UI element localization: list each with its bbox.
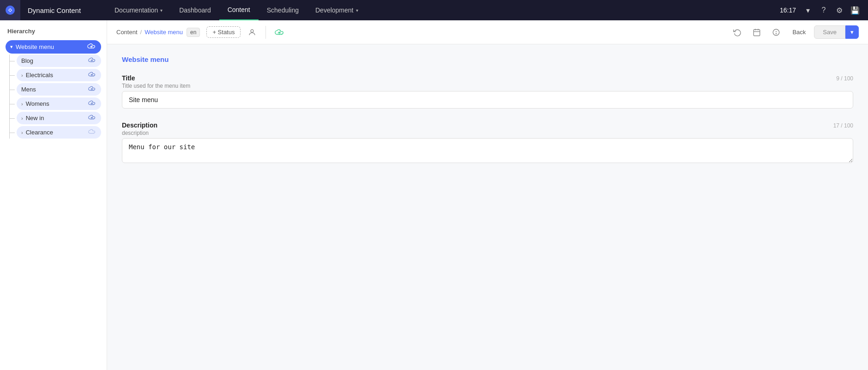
tree-root-label: Website menu [16, 43, 54, 50]
calendar-icon[interactable] [749, 24, 765, 40]
tree-node-clearance[interactable]: › Clearance [17, 126, 101, 139]
svg-rect-3 [754, 30, 760, 36]
cloud-icon [88, 129, 96, 136]
cloud-icon [88, 57, 96, 64]
tree-node-label-blog: Blog [21, 57, 33, 64]
main-layout: Hierarchy ▾ Website menu Bl [0, 20, 868, 370]
content-area: Content / Website menu en + Status [107, 20, 868, 370]
language-badge[interactable]: en [187, 28, 200, 37]
breadcrumb-content-link[interactable]: Content [116, 29, 138, 36]
description-textarea[interactable]: Menu for our site [122, 138, 853, 163]
breadcrumb-separator: / [140, 29, 142, 36]
info-icon[interactable] [768, 24, 784, 40]
chevron-down-icon: ▾ [10, 44, 13, 50]
nav-item-content[interactable]: Content [219, 0, 259, 20]
cloud-icon [88, 72, 96, 79]
description-field: Description 17 / 100 description Menu fo… [122, 121, 853, 164]
breadcrumb: Content / Website menu [116, 29, 183, 36]
description-field-hint: description [122, 130, 853, 136]
app-name: Dynamic Content [20, 6, 106, 14]
tree-h-connector [9, 104, 15, 104]
section-title: Website menu [122, 55, 853, 63]
tree-node-label-mens: Mens [21, 86, 36, 93]
tree-h-connector [9, 118, 15, 119]
chevron-down-icon: ▾ [356, 8, 358, 13]
save-toggle: Save ▾ [814, 25, 859, 39]
back-button[interactable]: Back [788, 27, 810, 37]
title-input[interactable] [122, 91, 853, 109]
svg-point-1 [9, 9, 11, 11]
chevron-down-icon: ▾ [160, 8, 163, 13]
help-icon[interactable]: ? [816, 3, 831, 18]
tree-node-label-womens: Womens [26, 100, 49, 107]
tree-node-website-menu[interactable]: ▾ Website menu [6, 40, 101, 54]
tree-node-electricals[interactable]: › Electricals [17, 69, 101, 81]
tree-node-new-in[interactable]: › New in [17, 112, 101, 124]
tree-node-mens[interactable]: Mens [17, 83, 101, 96]
nav-label-scheduling: Scheduling [267, 6, 299, 14]
save-caret-button[interactable]: ▾ [845, 25, 859, 39]
topnav-right-controls: 16:17 ▾ ? ⚙ 💾 [776, 3, 868, 18]
tree-h-connector [9, 90, 15, 90]
save-icon[interactable]: 💾 [848, 3, 862, 18]
cloud-icon [88, 86, 96, 93]
content-topbar: Content / Website menu en + Status [107, 20, 868, 44]
chevron-right-icon: › [21, 115, 23, 121]
cloud-icon [88, 100, 96, 107]
nav-item-dashboard[interactable]: Dashboard [171, 0, 219, 20]
tree-h-connector [9, 61, 15, 61]
sidebar: Hierarchy ▾ Website menu Bl [0, 20, 107, 370]
top-navigation: Dynamic Content Documentation ▾ Dashboar… [0, 0, 868, 20]
history-icon[interactable] [729, 24, 745, 40]
nav-item-documentation[interactable]: Documentation ▾ [106, 0, 171, 20]
nav-items: Documentation ▾ Dashboard Content Schedu… [106, 0, 776, 20]
sidebar-title: Hierarchy [6, 28, 101, 35]
user-icon[interactable] [244, 24, 260, 40]
app-logo[interactable] [0, 0, 20, 20]
nav-label-development: Development [315, 6, 354, 14]
settings-icon[interactable]: ⚙ [832, 3, 847, 18]
tree-node-womens[interactable]: › Womens [17, 97, 101, 110]
save-button[interactable]: Save [814, 25, 845, 39]
tree-node-label-electricals: Electricals [26, 72, 53, 79]
nav-item-scheduling[interactable]: Scheduling [259, 0, 307, 20]
cloud-icon [88, 115, 96, 121]
tree-h-connector [9, 75, 15, 76]
tree-children: Blog › Electricals [6, 55, 101, 139]
clock-display: 16:17 [776, 6, 800, 14]
svg-point-9 [776, 33, 777, 34]
description-field-label: Description [122, 121, 157, 129]
tree-node-label-new-in: New in [26, 115, 44, 121]
nav-label-content: Content [228, 6, 250, 13]
content-body: Website menu Title 9 / 100 Title used fo… [107, 44, 868, 370]
svg-point-2 [251, 30, 253, 32]
tree-node-blog[interactable]: Blog [17, 55, 101, 67]
cloud-icon[interactable] [271, 24, 287, 40]
topnav-chevron-btn[interactable]: ▾ [801, 3, 815, 18]
title-field-counter: 9 / 100 [836, 75, 853, 82]
cloud-icon [87, 43, 96, 51]
title-field: Title 9 / 100 Title used for the menu it… [122, 74, 853, 109]
description-field-counter: 17 / 100 [833, 122, 853, 129]
description-field-header: Description 17 / 100 [122, 121, 853, 129]
nav-label-dashboard: Dashboard [179, 6, 211, 14]
topbar-separator [265, 26, 266, 39]
title-field-header: Title 9 / 100 [122, 74, 853, 82]
title-field-label: Title [122, 74, 135, 82]
chevron-right-icon: › [21, 130, 23, 135]
chevron-right-icon: › [21, 73, 23, 78]
topbar-right-controls: Back Save ▾ [729, 24, 859, 40]
breadcrumb-current-page: Website menu [145, 29, 183, 36]
status-button[interactable]: + Status [206, 26, 241, 38]
tree-vertical-line [9, 55, 10, 139]
nav-label-documentation: Documentation [115, 6, 158, 14]
tree-node-label-clearance: Clearance [26, 129, 53, 136]
tree-root: ▾ Website menu Blog [6, 40, 101, 139]
tree-h-connector [9, 133, 15, 133]
chevron-right-icon: › [21, 101, 23, 107]
title-field-hint: Title used for the menu item [122, 83, 853, 89]
nav-item-development[interactable]: Development ▾ [307, 0, 367, 20]
